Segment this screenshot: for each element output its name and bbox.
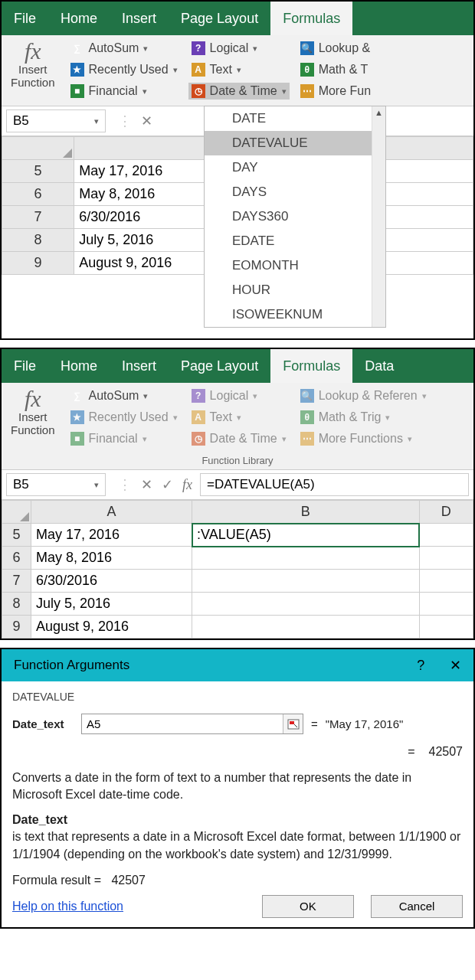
tab-insert[interactable]: Insert [110,349,169,383]
recently-used-button[interactable]: ★Recently Used▾ [67,409,181,426]
tab-file[interactable]: File [2,349,48,383]
text-button[interactable]: AText▾ [188,409,290,426]
dropdown-item-eomonth[interactable]: EOMONTH [205,253,385,278]
row-header-9[interactable]: 9 [2,616,31,639]
dropdown-item-datevalue[interactable]: DATEVALUE [205,131,385,155]
row-header-5[interactable]: 5 [2,524,31,547]
date-time-button[interactable]: ◷Date & Time▾ [188,430,290,447]
help-icon[interactable]: ? [417,658,424,673]
text-button[interactable]: AText▾ [188,61,290,78]
chevron-down-icon: ▾ [142,434,147,444]
cell-D9[interactable] [419,616,473,639]
dropdown-item-date[interactable]: DATE [205,106,385,131]
dropdown-item-hour[interactable]: HOUR [205,278,385,302]
tab-formulas[interactable]: Formulas [270,349,352,383]
autosum-button[interactable]: ∑AutoSum▾ [67,387,181,404]
arg-input-field[interactable] [82,714,283,733]
recently-used-button[interactable]: ★Recently Used▾ [67,61,181,78]
chevron-down-icon: ▾ [173,413,178,423]
more-functions-button[interactable]: ⋯More Fun [297,83,374,100]
tab-insert[interactable]: Insert [110,2,169,35]
column-header-B[interactable]: B [192,501,420,524]
panel-dropdown-view: FileHomeInsertPage LayoutFormulas fx Ins… [0,0,475,340]
lookup-button[interactable]: 🔍Lookup & [297,40,374,57]
cell-A7[interactable]: 6/30/2016 [31,570,192,593]
logical-button[interactable]: ?Logical▾ [188,40,290,57]
dropdown-item-day[interactable]: DAY [205,155,385,180]
spreadsheet-grid[interactable]: ABD5May 17, 2016:VALUE(A5)6May 8, 201676… [2,500,473,639]
cell-B5[interactable]: :VALUE(A5) [192,524,420,547]
logical-button[interactable]: ?Logical▾ [188,387,290,404]
insert-function-button[interactable]: fx Insert Function [6,40,60,100]
row-header-8[interactable]: 8 [2,593,31,616]
more-icon: ⋯ [300,432,314,446]
enter-formula-icon[interactable]: ✓ [162,476,173,493]
dropdown-item-isoweeknum[interactable]: ISOWEEKNUM [205,302,385,327]
tab-home[interactable]: Home [48,2,110,35]
lookup-icon: 🔍 [300,389,314,403]
cell-A6[interactable]: May 8, 2016 [31,547,192,570]
cell-D7[interactable] [419,570,473,593]
close-icon[interactable]: ✕ [450,658,461,673]
more-functions-button[interactable]: ⋯More Functions▾ [297,430,430,447]
tab-page-layout[interactable]: Page Layout [169,2,270,35]
formula-tools: ⋮ ✕ [110,113,160,129]
formula-input[interactable]: =DATEVALUE(A5) [200,473,469,496]
insert-function-button[interactable]: fx Insert Function [6,387,60,447]
logical-icon: ? [192,389,205,403]
cell-A5[interactable]: May 17, 2016 [31,524,192,547]
arg-input[interactable] [81,714,303,734]
row-header-7[interactable]: 7 [2,206,74,229]
cell-A8[interactable]: July 5, 2016 [31,593,192,616]
name-box[interactable]: B5▾ [6,109,106,132]
cancel-button[interactable]: Cancel [371,895,463,918]
collapse-dialog-icon[interactable] [283,714,303,733]
cancel-formula-icon[interactable]: ✕ [141,476,152,493]
dropdown-scrollbar[interactable]: ▲ [372,106,385,327]
column-header-A[interactable]: A [31,501,192,524]
cell-D6[interactable] [419,547,473,570]
row-header-5[interactable]: 5 [2,160,74,183]
cell-B8[interactable] [192,593,420,616]
dropdown-item-days[interactable]: DAYS [205,180,385,204]
financial-button[interactable]: ■Financial▾ [67,83,181,100]
dropdown-item-edate[interactable]: EDATE [205,229,385,253]
math-button[interactable]: θMath & T [297,61,374,78]
autosum-button[interactable]: ∑AutoSum▾ [67,40,181,57]
row-header-6[interactable]: 6 [2,547,31,570]
column-header-D[interactable]: D [419,501,473,524]
name-box[interactable]: B5▾ [6,473,106,496]
dropdown-item-days360[interactable]: DAYS360 [205,204,385,229]
scroll-up-icon[interactable]: ▲ [372,106,385,119]
row-header-9[interactable]: 9 [2,252,74,275]
tab-file[interactable]: File [2,2,48,35]
cell-B7[interactable] [192,570,420,593]
row-header-7[interactable]: 7 [2,570,31,593]
cell-D8[interactable] [419,593,473,616]
cell-B6[interactable] [192,547,420,570]
lookup-button[interactable]: 🔍Lookup & Referen▾ [297,387,430,404]
row-header-6[interactable]: 6 [2,183,74,206]
tab-page-layout[interactable]: Page Layout [169,349,270,383]
ribbon-tabs: FileHomeInsertPage LayoutFormulasData [2,349,473,383]
chevron-down-icon: ▾ [253,44,257,54]
cell-A9[interactable]: August 9, 2016 [31,616,192,639]
fx-icon[interactable]: fx [182,477,192,493]
ok-button[interactable]: OK [262,895,354,918]
cancel-formula-icon[interactable]: ✕ [141,113,152,129]
chevron-down-icon: ▾ [142,87,147,96]
math-button[interactable]: θMath & Trig▾ [297,409,430,426]
chevron-down-icon[interactable]: ▾ [94,480,99,490]
tab-data[interactable]: Data [352,349,406,383]
tab-home[interactable]: Home [48,349,110,383]
date-time-button[interactable]: ◷Date & Time▾ [188,83,290,100]
select-all-corner[interactable] [2,137,74,160]
chevron-down-icon[interactable]: ▾ [94,116,99,126]
cell-D5[interactable] [419,524,473,547]
tab-formulas[interactable]: Formulas [270,2,352,35]
financial-button[interactable]: ■Financial▾ [67,430,181,447]
cell-B9[interactable] [192,616,420,639]
row-header-8[interactable]: 8 [2,229,74,252]
select-all-corner[interactable] [2,501,31,524]
help-link[interactable]: Help on this function [12,900,123,913]
